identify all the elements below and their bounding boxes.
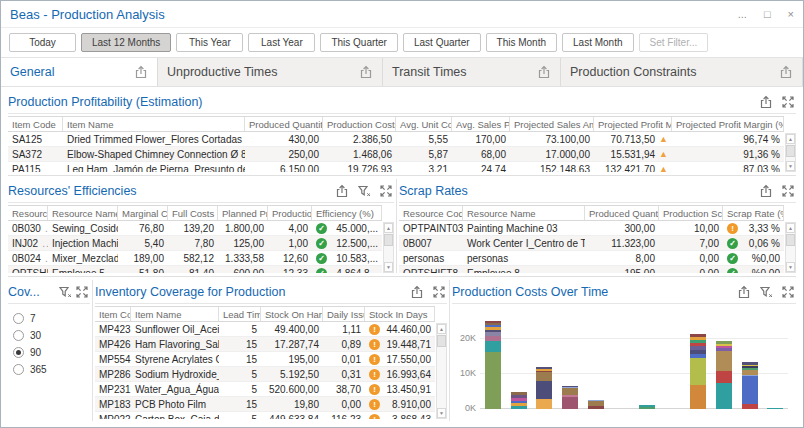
table-row[interactable]: MP423Sunflower Oil_Aceite de Gir...549.4… (95, 322, 435, 337)
tab-general[interactable]: General (1, 58, 158, 86)
clear-filter-icon[interactable] (759, 285, 772, 298)
column-header[interactable]: Item Co... (95, 307, 131, 321)
scroll-down-button[interactable]: ▼ (437, 408, 446, 418)
tab-transit-times[interactable]: Transit Times (383, 58, 561, 86)
filter-button-this-quarter[interactable]: This Quarter (320, 33, 398, 52)
tab-production-constraints[interactable]: Production Constraints (561, 58, 803, 86)
column-header[interactable]: Projected Sales Amount (510, 117, 594, 131)
maximize-panel-icon[interactable] (75, 285, 88, 298)
column-header[interactable]: Production Costs (323, 117, 396, 131)
chart-bar[interactable] (716, 341, 732, 409)
column-header[interactable]: Production Scraps (659, 206, 723, 220)
vertical-scrollbar[interactable]: ▲ ▼ (785, 222, 796, 273)
column-header[interactable]: Lead Time (219, 307, 261, 321)
clear-filter-icon[interactable] (58, 285, 71, 298)
scrollbar-thumb[interactable] (384, 234, 393, 246)
scrollbar-thumb[interactable] (786, 234, 795, 246)
chart-bar[interactable] (536, 367, 552, 409)
export-icon[interactable] (759, 184, 772, 197)
export-icon[interactable] (537, 65, 551, 79)
maximize-button[interactable]: □ (764, 8, 771, 20)
table-row[interactable]: 0B007 Work Center I_Centro de Trabajo I … (399, 236, 784, 251)
table-row[interactable]: INJ02... Injection Machine 2 5,40 7,80 1… (8, 236, 382, 251)
table-row[interactable]: MP183PCB Photo Film1519,800,00!8.910,00 (95, 397, 435, 412)
scroll-down-button[interactable]: ▼ (786, 262, 795, 272)
close-button[interactable]: × (788, 8, 794, 20)
filter-button-last-quarter[interactable]: Last Quarter (403, 33, 481, 52)
scroll-down-button[interactable]: ▼ (786, 161, 795, 171)
maximize-panel-icon[interactable] (379, 184, 392, 197)
export-icon[interactable] (759, 95, 772, 108)
clear-filter-icon[interactable] (357, 184, 370, 197)
filter-button-last-12-months[interactable]: Last 12 Months (81, 33, 171, 52)
table-row[interactable]: MP554Styrene Acrylates Copolym...15195,0… (95, 352, 435, 367)
column-header[interactable]: Efficiency (%) (312, 206, 382, 220)
column-header[interactable]: Avg. Unit Cost (396, 117, 452, 131)
export-icon[interactable] (410, 285, 423, 298)
export-icon[interactable] (335, 184, 348, 197)
scrollbar-thumb[interactable] (437, 335, 446, 347)
column-header[interactable]: Item Name (63, 117, 245, 131)
filter-button-this-month[interactable]: This Month (486, 33, 557, 52)
scroll-up-button[interactable]: ▲ (786, 223, 795, 233)
table-row[interactable]: 0B024... Mixer_Mezclado_... 189,00 582,1… (8, 251, 382, 266)
column-header[interactable]: Marginal Costs (118, 206, 168, 220)
vertical-scrollbar[interactable]: ▲ ▼ (785, 133, 796, 172)
chart-bar[interactable] (485, 321, 501, 409)
chart-bar[interactable] (562, 386, 578, 409)
tab-unproductive-times[interactable]: Unproductive Times (158, 58, 383, 86)
scroll-up-button[interactable]: ▲ (786, 134, 795, 144)
table-row[interactable]: PA115 Leg Ham_Jamón de Pierna_Presunto d… (8, 162, 784, 172)
column-header[interactable]: Resource Name (463, 206, 585, 220)
chart-bar[interactable] (588, 400, 604, 409)
chart-bar[interactable] (639, 405, 655, 409)
chart-bar[interactable] (767, 408, 783, 409)
filter-button-today[interactable]: Today (9, 33, 76, 52)
column-header[interactable]: Avg. Sales Price (452, 117, 510, 131)
table-row[interactable]: OPTSHIFT8 Employee 8 195,00 0,00 ✓%0,00 (399, 266, 784, 273)
export-icon[interactable] (134, 65, 148, 79)
table-row[interactable]: personas personas 8,00 0,00 ✓%0,00 (399, 251, 784, 266)
table-row[interactable]: OPTSHI Employee 5 51,80 81,40 600,00 12,… (8, 266, 382, 273)
column-header[interactable]: Full Costs (168, 206, 218, 220)
column-header[interactable]: Stock On Hand (261, 307, 323, 321)
window-more-button[interactable]: ... (738, 8, 747, 20)
column-header[interactable]: Item Name (131, 307, 219, 321)
scroll-up-button[interactable]: ▲ (437, 324, 446, 334)
radio-coverage-365[interactable]: 365 (8, 361, 90, 378)
maximize-panel-icon[interactable] (781, 184, 794, 197)
table-row[interactable]: MP231Water_Agua_Água5520.600,0038,70!13.… (95, 382, 435, 397)
filter-button-this-year[interactable]: This Year (176, 33, 243, 52)
maximize-panel-icon[interactable] (781, 285, 794, 298)
filter-button-last-month[interactable]: Last Month (562, 33, 633, 52)
column-header[interactable]: Projected Profit Margin (594, 117, 672, 131)
column-header[interactable]: Produced Quantity (585, 206, 659, 220)
vertical-scrollbar[interactable]: ▲ ▼ (383, 222, 394, 273)
table-row[interactable]: OPTPAINT03... Painting Machine 03 300,00… (399, 221, 784, 236)
column-header[interactable]: Projected Profit Margin (%) (672, 117, 784, 131)
scroll-down-button[interactable]: ▼ (384, 262, 393, 272)
chart-bar[interactable] (742, 362, 758, 409)
filter-button-last-year[interactable]: Last Year (248, 33, 315, 52)
column-header[interactable]: Resource Code (399, 206, 463, 220)
maximize-panel-icon[interactable] (432, 285, 445, 298)
table-row[interactable]: MP022Carton Box_Caja de Cartó...5449.633… (95, 412, 435, 419)
scrollbar-thumb[interactable] (786, 145, 795, 157)
column-header[interactable]: Stock In Days (365, 307, 435, 321)
vertical-scrollbar[interactable]: ▲ ▼ (436, 323, 447, 419)
maximize-panel-icon[interactable] (781, 95, 794, 108)
export-icon[interactable] (779, 65, 793, 79)
chart-bar[interactable] (690, 334, 706, 409)
export-icon[interactable] (359, 65, 373, 79)
column-header[interactable]: Scrap Rate (%) (723, 206, 784, 220)
table-row[interactable]: SA125 Dried Trimmed Flower_Flores Cortad… (8, 132, 784, 147)
column-header[interactable]: Planned Pro... (218, 206, 268, 220)
export-icon[interactable] (737, 285, 750, 298)
column-header[interactable]: Resourc... (8, 206, 48, 220)
filter-button-set-filter[interactable]: Set Filter... (639, 33, 709, 52)
table-row[interactable]: 0B030... Sewing_Cosido_... 76,80 139,20 … (8, 221, 382, 236)
table-row[interactable]: SA372 Elbow-Shaped Chimney Connection Ø … (8, 147, 784, 162)
table-row[interactable]: MP426Ham Flavoring_Saborizante...1517.28… (95, 337, 435, 352)
table-row[interactable]: MP286Sodium Hydroxide_Hidróxid...55.192,… (95, 367, 435, 382)
column-header[interactable]: Item Code (8, 117, 63, 131)
